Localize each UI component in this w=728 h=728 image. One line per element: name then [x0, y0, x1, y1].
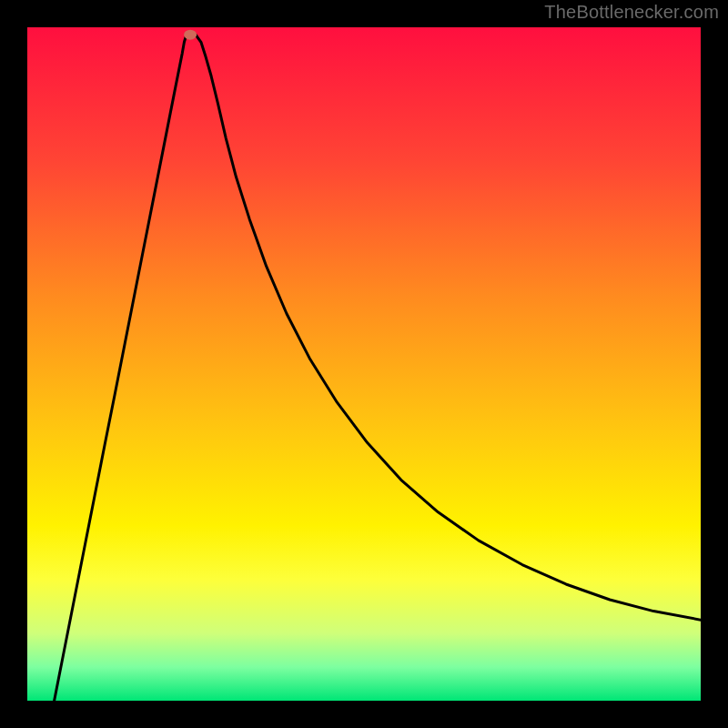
optimum-marker: [184, 30, 197, 40]
chart-svg: [27, 27, 701, 701]
plot-area: [27, 27, 701, 701]
chart-frame: TheBottlenecker.com: [0, 0, 728, 728]
gradient-background: [27, 27, 701, 701]
watermark-text: TheBottlenecker.com: [544, 2, 719, 23]
